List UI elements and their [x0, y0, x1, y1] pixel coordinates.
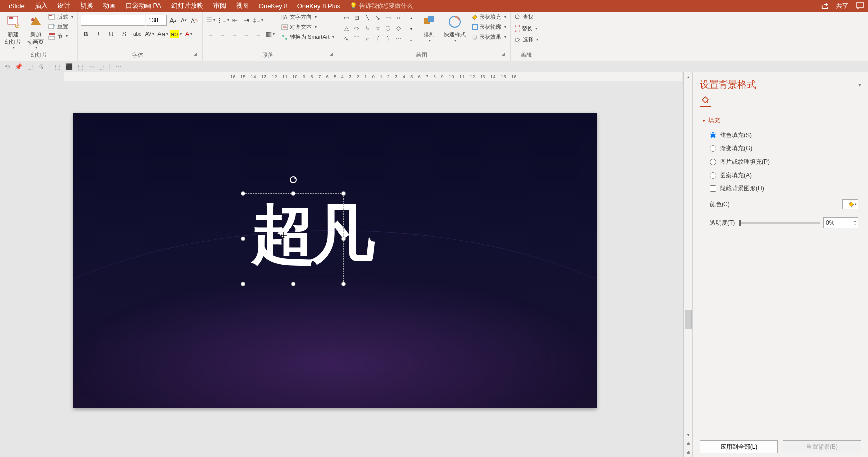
qat-btn-4[interactable]: 🖨	[38, 63, 44, 70]
resize-handle-s[interactable]	[291, 282, 296, 286]
align-center-button[interactable]: ≡	[218, 29, 228, 39]
font-dialog-launcher[interactable]: ◢	[194, 51, 199, 60]
text-direction-button[interactable]: ||A 文字方向▾	[280, 13, 335, 21]
slide[interactable]: 凡 超	[73, 113, 597, 408]
selected-textbox[interactable]: 超	[239, 189, 348, 288]
hide-bg-checkbox[interactable]: 隐藏背景图形(H)	[710, 182, 858, 195]
menu-tab-pocket-anim[interactable]: 口袋动画 PA	[121, 0, 166, 12]
line-spacing-button[interactable]: ‡≡▾	[253, 15, 263, 25]
menu-tab-insert[interactable]: 插入	[30, 0, 52, 12]
resize-handle-n[interactable]	[291, 191, 296, 196]
resize-handle-w[interactable]	[241, 237, 245, 241]
comments-icon[interactable]	[856, 2, 864, 9]
scroll-down-icon[interactable]: ▾	[684, 430, 692, 439]
convert-smartart-button[interactable]: 转换为 SmartArt▾	[280, 33, 335, 41]
align-right-button[interactable]: ≡	[230, 29, 240, 39]
distributed-button[interactable]: ≡	[253, 29, 263, 39]
rotation-handle[interactable]	[289, 176, 297, 183]
drawing-dialog-launcher[interactable]: ◢	[502, 51, 507, 60]
tell-me-search[interactable]: 💡 告诉我你想要做什么	[350, 2, 413, 10]
reset-button[interactable]: 重置	[48, 22, 74, 31]
strikethrough-button[interactable]: S	[119, 29, 129, 39]
menu-tab-onekey8plus[interactable]: OneKey 8 Plus	[292, 0, 345, 12]
justify-button[interactable]: ≡	[241, 29, 251, 39]
prev-slide-icon[interactable]: ≜	[684, 439, 692, 448]
resize-handle-sw[interactable]	[241, 282, 245, 286]
scroll-up-icon[interactable]: ▴	[684, 72, 692, 81]
pattern-fill-radio-input[interactable]	[710, 172, 716, 179]
share-label[interactable]: 共享	[836, 2, 848, 10]
section-button[interactable]: 节▾	[48, 32, 74, 40]
align-text-button[interactable]: 对齐文本▾	[280, 23, 335, 31]
change-case-button[interactable]: Aa▾	[158, 29, 168, 39]
shape-arc-icon[interactable]: ⌒	[352, 34, 362, 44]
panel-menu-icon[interactable]: ▾	[858, 81, 861, 88]
share-button[interactable]	[821, 2, 828, 9]
resize-handle-ne[interactable]	[341, 191, 346, 196]
quick-styles-button[interactable]: 快速样式▾	[442, 13, 468, 44]
replace-button[interactable]: abac 替换▾	[514, 23, 539, 34]
color-picker-button[interactable]: ▾	[842, 199, 858, 209]
font-name-input[interactable]	[81, 15, 145, 26]
qat-btn-2[interactable]: 📌	[15, 63, 22, 70]
apply-all-button[interactable]: 应用到全部(L)	[700, 440, 778, 453]
decrease-font-icon[interactable]: A▾	[179, 15, 189, 25]
shapes-gallery[interactable]: ▭ ⊟ ╲ ↘ ▭ ○ △ ⇨ ↳ ☆ ⬡ ◇ ∿ ⌒ ⌐ { } ⋯	[341, 13, 403, 44]
shape-line-icon[interactable]: ╲	[362, 13, 372, 23]
gradient-fill-radio[interactable]: 渐变填充(G)	[710, 142, 858, 155]
transparency-slider[interactable]	[739, 222, 820, 224]
shape-triangle-icon[interactable]: △	[341, 23, 351, 33]
gradient-fill-radio-input[interactable]	[710, 145, 716, 152]
shape-star-icon[interactable]: ☆	[373, 23, 383, 33]
menu-tab-islide[interactable]: iSlide	[4, 0, 30, 12]
font-size-input[interactable]	[146, 15, 167, 26]
shape-rarrow-icon[interactable]: ⇨	[352, 23, 362, 33]
qat-btn-3[interactable]: ⬚	[27, 63, 33, 70]
menu-tab-animations[interactable]: 动画	[98, 0, 121, 12]
highlight-button[interactable]: ab▾	[171, 29, 181, 39]
select-button[interactable]: 选择▾	[514, 35, 539, 44]
solid-fill-radio-input[interactable]	[710, 132, 716, 138]
menu-tab-slideshow[interactable]: 幻灯片放映	[166, 0, 208, 12]
menu-tab-design[interactable]: 设计	[52, 0, 75, 12]
increase-font-icon[interactable]: A▴	[168, 15, 178, 25]
decrease-indent-button[interactable]: ⇤	[230, 15, 240, 25]
shape-outline-button[interactable]: 形状轮廓▾	[471, 23, 507, 31]
new-slide-button[interactable]: 新建 幻灯片 ▾	[3, 13, 23, 51]
transparency-input[interactable]: 0% ▴▾	[823, 217, 858, 228]
shape-rbrace-icon[interactable]: }	[383, 34, 393, 44]
italic-button[interactable]: I	[94, 29, 103, 39]
bullets-button[interactable]: ☰▾	[206, 15, 216, 25]
shape-hex-icon[interactable]: ⬡	[383, 23, 393, 33]
bold-button[interactable]: B	[81, 29, 91, 39]
numbering-button[interactable]: ⋮≡▾	[218, 15, 228, 25]
shape-effects-button[interactable]: 形状效果▾	[471, 33, 507, 41]
menu-tab-transitions[interactable]: 切换	[75, 0, 98, 12]
fill-tab-icon[interactable]	[700, 96, 711, 107]
menu-tab-review[interactable]: 审阅	[208, 0, 231, 12]
picture-fill-radio-input[interactable]	[710, 159, 716, 165]
qat-btn-5[interactable]: ⬚	[55, 63, 60, 70]
transparency-thumb[interactable]	[739, 220, 741, 226]
arrange-button[interactable]: 排列▾	[419, 13, 439, 44]
clear-format-icon[interactable]: A✎	[190, 15, 199, 25]
new-anim-page-button[interactable]: 新加 动画页 ▾	[25, 13, 46, 51]
resize-handle-se[interactable]	[341, 282, 346, 286]
align-left-button[interactable]: ≡	[206, 29, 216, 39]
shadow-button[interactable]: abc	[132, 29, 142, 39]
char-spacing-button[interactable]: AV▾	[145, 29, 155, 39]
shape-callout-icon[interactable]: ◇	[393, 23, 403, 33]
resize-handle-e[interactable]	[341, 237, 346, 241]
shape-curve-icon[interactable]: ∿	[341, 34, 351, 44]
gallery-more-icon[interactable]: ≡	[406, 35, 416, 45]
next-slide-icon[interactable]: ≛	[684, 448, 692, 457]
underline-button[interactable]: U	[106, 29, 116, 39]
shape-elbow-icon[interactable]: ↳	[362, 23, 372, 33]
paragraph-dialog-launcher[interactable]: ◢	[330, 51, 335, 60]
fill-section-header[interactable]: ▾ 填充	[693, 115, 868, 129]
gallery-up-icon[interactable]: ▴	[406, 13, 416, 23]
qat-btn-8[interactable]: ▭	[88, 63, 94, 70]
slide-text-char1[interactable]: 超	[251, 202, 316, 266]
qat-btn-10[interactable]: ⋯	[115, 63, 121, 70]
find-button[interactable]: 查找	[514, 13, 539, 21]
